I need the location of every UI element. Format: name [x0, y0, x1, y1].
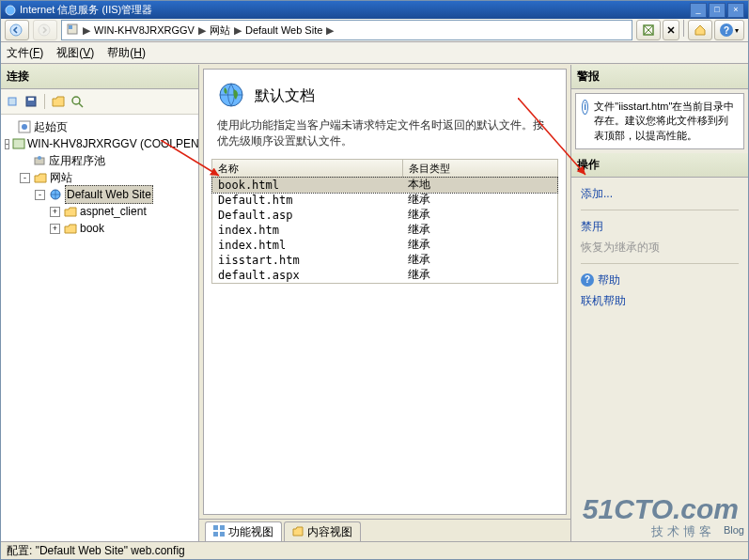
breadcrumb-site[interactable]: Default Web Site [245, 24, 322, 36]
doc-entry-type: 继承 [402, 192, 557, 208]
menu-view[interactable]: 视图(V) [56, 45, 94, 61]
table-body: book.html本地Default.htm继承Default.asp继承ind… [212, 178, 557, 283]
actions-list: 添加... 禁用 恢复为继承的项 ?帮助 联机帮助 [571, 178, 748, 317]
table-header: 名称 条目类型 [212, 160, 557, 178]
doc-name: index.html [212, 239, 402, 252]
svg-point-1 [10, 24, 22, 36]
svg-rect-20 [213, 532, 218, 537]
actions-title: 操作 [571, 153, 748, 178]
app-pools-icon [32, 153, 47, 168]
chevron-down-icon: ▾ [735, 26, 739, 35]
iis-manager-window: Internet 信息服务 (IIS)管理器 _ □ × ▶ WIN-KHV8J… [0, 0, 749, 560]
menu-bar: 文件(F) 视图(V) 帮助(H) [1, 42, 748, 64]
tree-start-page[interactable]: 起始页 [3, 118, 196, 135]
site-globe-icon [48, 187, 63, 202]
connections-title: 连接 [1, 65, 198, 89]
expand-toggle-icon[interactable]: - [20, 173, 30, 183]
connect-icon[interactable] [5, 94, 20, 109]
help-icon: ? [720, 23, 733, 37]
app-icon [5, 5, 16, 16]
svg-point-9 [72, 97, 80, 104]
tree-default-site[interactable]: - Default Web Site [3, 186, 196, 203]
doc-entry-type: 本地 [402, 177, 557, 193]
status-bar: 配置: "Default Web Site" web.config [1, 541, 748, 559]
action-disable[interactable]: 禁用 [581, 216, 739, 237]
default-docs-table: 名称 条目类型 book.html本地Default.htm继承Default.… [211, 159, 558, 284]
table-row[interactable]: iisstart.htm继承 [212, 253, 557, 268]
nav-refresh-button[interactable] [636, 20, 661, 40]
content-area: 连接 起始页 - WIN-KHV8JRXRGGV (COOLPEN\Adm [1, 65, 748, 542]
table-row[interactable]: book.html本地 [212, 178, 557, 193]
tree-sites[interactable]: - 网站 [3, 169, 196, 186]
doc-name: default.aspx [212, 269, 402, 282]
tree-app-pools[interactable]: 应用程序池 [3, 152, 196, 169]
doc-entry-type: 继承 [402, 252, 557, 268]
sites-icon [33, 170, 48, 185]
tree-host[interactable]: - WIN-KHV8JRXRGGV (COOLPEN\Adm [3, 135, 196, 152]
help-icon: ? [581, 273, 594, 287]
table-row[interactable]: index.html继承 [212, 238, 557, 253]
svg-rect-18 [213, 525, 218, 530]
content-view-icon [292, 525, 304, 539]
feature-globe-icon [217, 81, 245, 112]
close-button[interactable]: × [727, 3, 744, 18]
action-help[interactable]: ?帮助 [581, 270, 739, 290]
breadcrumb-host[interactable]: WIN-KHV8JRXRGGV [94, 24, 195, 36]
nav-home-button[interactable] [688, 20, 712, 40]
table-row[interactable]: Default.asp继承 [212, 208, 557, 223]
col-name[interactable]: 名称 [212, 160, 403, 177]
expand-toggle-icon[interactable]: - [35, 190, 45, 200]
table-row[interactable]: default.aspx继承 [212, 268, 557, 283]
tab-features-view[interactable]: 功能视图 [205, 521, 282, 542]
explore-icon[interactable] [70, 94, 85, 109]
server-icon [66, 23, 79, 38]
server-node-icon [12, 136, 25, 151]
nav-back-button[interactable] [5, 20, 29, 40]
folder-node-icon [63, 221, 78, 236]
svg-line-10 [79, 103, 83, 107]
svg-rect-21 [220, 532, 225, 537]
window-title: Internet 信息服务 (IIS)管理器 [20, 3, 152, 17]
connections-toolbar [1, 89, 198, 115]
features-view-icon [213, 525, 225, 539]
feature-heading: 默认文档 [255, 86, 315, 106]
minimize-button[interactable]: _ [690, 3, 707, 18]
alert-text: 文件"iisstart.htm"在当前目录中存在。建议您将此文件移到列表顶部，以… [594, 100, 738, 143]
doc-entry-type: 继承 [402, 207, 557, 223]
nav-help-dropdown[interactable]: ? ▾ [714, 20, 744, 40]
nav-forward-button[interactable] [33, 20, 57, 40]
svg-rect-6 [8, 98, 16, 105]
status-text: 配置: "Default Web Site" web.config [7, 543, 185, 559]
nav-stop-button[interactable] [663, 20, 679, 40]
start-page-icon [17, 119, 32, 134]
table-row[interactable]: Default.htm继承 [212, 193, 557, 208]
feature-pane: 默认文档 使用此功能指定当客户端未请求特定文件名时返回的默认文件。按优先级顺序设… [199, 65, 570, 542]
doc-entry-type: 继承 [402, 237, 557, 253]
table-row[interactable]: index.htm继承 [212, 223, 557, 238]
action-online-help[interactable]: 联机帮助 [581, 290, 739, 311]
maximize-button[interactable]: □ [709, 3, 726, 18]
expand-toggle-icon[interactable]: - [5, 139, 9, 149]
breadcrumb-sites[interactable]: 网站 [210, 23, 230, 38]
view-tabs: 功能视图 内容视图 [199, 519, 570, 542]
tree-book[interactable]: + book [3, 220, 196, 237]
connections-pane: 连接 起始页 - WIN-KHV8JRXRGGV (COOLPEN\Adm [1, 65, 199, 542]
svg-point-15 [38, 156, 41, 160]
tab-content-view[interactable]: 内容视图 [284, 521, 361, 542]
doc-name: index.htm [212, 224, 402, 237]
svg-point-12 [22, 124, 27, 130]
action-add[interactable]: 添加... [581, 183, 739, 204]
connections-tree: 起始页 - WIN-KHV8JRXRGGV (COOLPEN\Adm 应用程序池… [1, 115, 198, 542]
doc-name: book.html [212, 179, 402, 192]
menu-file[interactable]: 文件(F) [7, 45, 43, 61]
doc-name: Default.htm [212, 194, 402, 207]
save-icon[interactable] [23, 94, 39, 109]
folder-icon[interactable] [51, 94, 66, 109]
svg-point-0 [6, 6, 15, 15]
expand-toggle-icon[interactable]: + [50, 224, 60, 234]
col-entry-type[interactable]: 条目类型 [403, 160, 557, 177]
tree-aspnet-client[interactable]: + aspnet_client [3, 203, 196, 220]
expand-toggle-icon[interactable]: + [50, 207, 60, 217]
menu-help[interactable]: 帮助(H) [107, 45, 146, 61]
alerts-title: 警报 [571, 65, 748, 89]
